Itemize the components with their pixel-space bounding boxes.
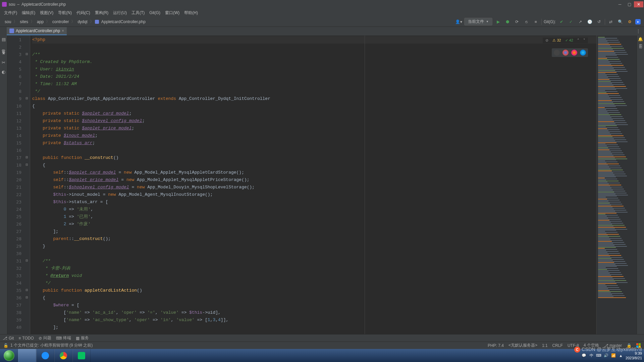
menu-run[interactable]: 运行(U): [111, 9, 129, 16]
crumb-project[interactable]: sou: [3, 19, 12, 24]
git-tool-button[interactable]: ⎇ Git: [3, 336, 14, 341]
tab-appletcardcontroller[interactable]: AppletcardController.php ×: [7, 27, 67, 35]
git-branch[interactable]: ⎇ master: [604, 343, 622, 348]
built-in-browser-icon[interactable]: [554, 50, 560, 56]
fold-column[interactable]: ⊟⊟⊟⊟⊟⊟⊟: [25, 36, 30, 334]
memory-indicator[interactable]: 🔒: [627, 343, 632, 348]
menu-window[interactable]: 窗口(W): [163, 9, 181, 16]
git-update-button[interactable]: ✔: [558, 18, 565, 25]
prev-highlight-button[interactable]: ˄: [577, 38, 579, 43]
open-in-browser-bar: [552, 48, 588, 57]
chrome-icon[interactable]: [562, 50, 569, 56]
git-push-button[interactable]: ↗: [577, 18, 584, 25]
minimize-button[interactable]: ─: [615, 1, 625, 7]
problems-tool-button[interactable]: ⊘ 问题: [39, 335, 51, 341]
git-history-button[interactable]: 🕓: [586, 18, 593, 25]
highlight-off-icon[interactable]: ⊘: [545, 38, 548, 43]
vcs-lock-icon[interactable]: 🔓: [3, 343, 8, 348]
inspect-button[interactable]: ⇄: [607, 18, 614, 25]
right-margin-guide: [365, 36, 365, 334]
menu-git[interactable]: Git(G): [147, 10, 162, 16]
warning-icon: ⚠: [552, 38, 556, 42]
todo-tool-button[interactable]: ≡ TODO: [18, 336, 34, 341]
menu-code[interactable]: 代码(C): [74, 9, 92, 16]
debug-button[interactable]: ⬢: [504, 18, 511, 25]
php-version[interactable]: PHP: 7.4: [488, 343, 504, 348]
tray-network-icon[interactable]: 📶: [611, 353, 616, 358]
file-encoding[interactable]: UTF-8: [568, 343, 579, 348]
indent-info[interactable]: 4 个空格: [584, 343, 599, 348]
ms-icon[interactable]: [636, 343, 641, 348]
breadcrumb: sou〉 sites〉 app〉 controller〉 dydqt〉 Appl…: [3, 19, 147, 24]
menu-view[interactable]: 视图(V): [38, 9, 55, 16]
menu-tools[interactable]: 工具(T): [129, 9, 147, 16]
editor-main: ▤ 索引 ★ ✂ ◐ 12345678910111213141516171819…: [0, 36, 644, 334]
crumb-dydqt[interactable]: dydqt: [76, 19, 89, 24]
typo-count: 42: [569, 38, 573, 42]
code-content[interactable]: <?php/** * Created by PhpStorm. * User: …: [30, 36, 596, 334]
tray-keyboard-icon[interactable]: ⌨: [596, 353, 601, 358]
user-icon[interactable]: 👤▾: [455, 18, 462, 25]
menu-edit[interactable]: 编辑(E): [20, 9, 37, 16]
tray-overflow-icon[interactable]: ▲: [618, 353, 624, 358]
next-highlight-button[interactable]: ˅: [583, 38, 585, 43]
coverage-button[interactable]: ⟳: [513, 18, 521, 25]
bookmarks-tool-button[interactable]: ★: [2, 51, 6, 56]
settings-button[interactable]: ⚙: [626, 18, 633, 25]
tray-chat-icon[interactable]: 💬: [581, 353, 587, 358]
right-tool-window-bar: 🔔 🗄: [637, 36, 644, 334]
run-button[interactable]: ▶: [494, 18, 502, 25]
pull-requests-tool-button[interactable]: ◐: [2, 69, 5, 74]
firefox-icon[interactable]: [571, 50, 577, 56]
menu-help[interactable]: 帮助(H): [182, 9, 200, 16]
line-separator[interactable]: CRLF: [552, 343, 563, 348]
crumb-app[interactable]: app: [36, 19, 45, 24]
maximize-button[interactable]: ▢: [625, 1, 634, 7]
close-button[interactable]: ✕: [634, 1, 643, 7]
caret-position[interactable]: 1:1: [542, 343, 548, 348]
crumb-sites[interactable]: sites: [18, 19, 30, 24]
git-commit-button[interactable]: ✓: [567, 18, 575, 25]
menu-file[interactable]: 文件(F): [2, 9, 19, 16]
status-bar: 🔓 1 个文件已提交: 小程序剪辑管理 (9 分钟 之前) PHP: 7.4 <…: [0, 342, 644, 349]
toolbar-right: 👤▾ 当前文件▼ ▶ ⬢ ⟳ ⎋ ■ Git(G): ✔ ✓ ↗ 🕓 ↺ ⇄ 🔍…: [455, 18, 641, 25]
minimap[interactable]: [596, 36, 637, 334]
warning-count: 32: [557, 38, 561, 42]
main-menu: 文件(F) 编辑(E) 视图(V) 导航(N) 代码(C) 重构(R) 运行(U…: [0, 9, 644, 17]
profiler-button[interactable]: ⎋: [523, 18, 530, 25]
commit-tool-button[interactable]: ✂: [2, 60, 5, 65]
services-tool-button[interactable]: ▦ 服务: [76, 335, 89, 341]
ide-features-button[interactable]: ▸: [635, 19, 641, 24]
taskbar-phpstorm[interactable]: [18, 349, 36, 362]
deployment-server[interactable]: <无默认服务器>: [508, 343, 537, 348]
windows-taskbar: 💬 中 ⌨ 🔊 📶 ▲ 9:392023/8/21: [0, 349, 644, 362]
terminal-tool-button[interactable]: ⌨ 终端: [56, 335, 71, 341]
tray-ime-icon[interactable]: 中: [589, 353, 594, 358]
menu-navigate[interactable]: 导航(N): [56, 9, 74, 16]
tray-volume-icon[interactable]: 🔊: [603, 353, 609, 358]
title-project: sou: [9, 2, 15, 7]
taskbar-chrome[interactable]: [54, 349, 72, 362]
inspection-widget[interactable]: ⊘ ⚠ 32 ✓ 42 ˄ ˅: [543, 38, 588, 43]
notifications-tool-button[interactable]: 🔔: [638, 37, 643, 42]
taskbar-wechat[interactable]: [72, 349, 91, 362]
crumb-controller[interactable]: controller: [51, 19, 70, 24]
git-rollback-button[interactable]: ↺: [595, 18, 603, 25]
edge-icon[interactable]: [580, 50, 586, 56]
search-everywhere-button[interactable]: 🔍: [616, 18, 624, 25]
project-tool-button[interactable]: ▤: [2, 37, 6, 42]
tab-close-button[interactable]: ×: [62, 28, 64, 33]
taskbar-app-1[interactable]: [36, 349, 54, 362]
database-tool-button[interactable]: 🗄: [639, 44, 643, 49]
crumb-file[interactable]: AppletcardController.php: [100, 19, 147, 24]
typo-icon: ✓: [565, 38, 568, 42]
bottom-tool-window-bar: ⎇ Git ≡ TODO ⊘ 问题 ⌨ 终端 ▦ 服务: [0, 334, 644, 342]
code-editor[interactable]: 1234567891011121314151617181920212223242…: [7, 36, 637, 334]
start-button[interactable]: [0, 349, 18, 362]
stop-button[interactable]: ■: [532, 18, 539, 25]
window-controls: ─ ▢ ✕: [615, 1, 643, 7]
tab-options-button[interactable]: ⋮: [635, 27, 642, 35]
menu-refactor[interactable]: 重构(R): [93, 9, 111, 16]
run-config-selector[interactable]: 当前文件▼: [464, 18, 492, 25]
taskbar-clock[interactable]: 9:392023/8/21: [626, 351, 642, 360]
